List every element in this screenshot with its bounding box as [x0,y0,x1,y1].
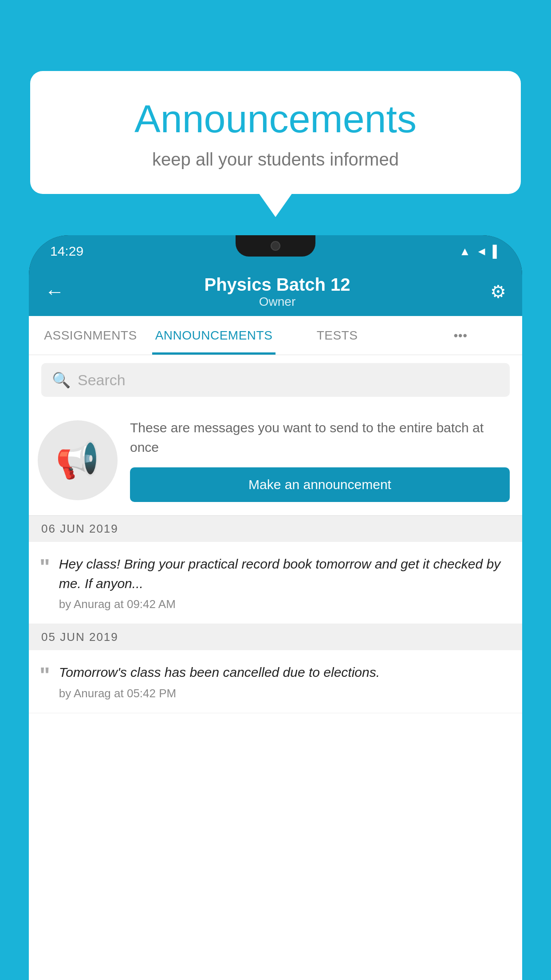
announcement-item-1[interactable]: " Hey class! Bring your practical record… [29,542,522,624]
announcement-description: These are messages you want to send to t… [130,418,510,457]
signal-icon: ◄ [476,245,488,258]
announcement-right: These are messages you want to send to t… [130,418,510,502]
announcement-message-2: Tomorrow's class has been cancelled due … [59,663,510,682]
announcement-item-2[interactable]: " Tomorrow's class has been cancelled du… [29,650,522,713]
search-bar: 🔍 Search [29,355,522,405]
tab-assignments[interactable]: ASSIGNMENTS [29,316,152,355]
announcement-text-2: Tomorrow's class has been cancelled due … [59,663,510,700]
battery-icon: ▌ [493,245,501,258]
back-button[interactable]: ← [45,281,64,303]
date-section-2: 05 JUN 2019 [29,624,522,650]
quote-icon-1: " [39,556,50,578]
date-label-2: 05 JUN 2019 [41,630,118,644]
app-bar-title-section: Physics Batch 12 Owner [64,275,490,309]
bubble-title: Announcements [52,98,499,141]
date-section-1: 06 JUN 2019 [29,516,522,542]
announcement-meta-2: by Anurag at 05:42 PM [59,687,510,700]
phone-frame: 14:29 ▲ ◄ ▌ ← Physics Batch 12 Owner ⚙ A… [29,235,522,980]
search-placeholder: Search [78,371,126,389]
announcement-text-1: Hey class! Bring your practical record b… [59,554,510,611]
screen-content: 🔍 Search 📢 These are messages you want t… [29,355,522,980]
tab-tests[interactable]: TESTS [276,316,399,355]
make-announcement-button[interactable]: Make an announcement [130,467,510,502]
megaphone-icon: 📢 [55,439,100,481]
settings-button[interactable]: ⚙ [490,281,506,302]
megaphone-circle: 📢 [38,420,118,500]
tab-more[interactable]: ••• [399,316,522,355]
announcement-placeholder-section: 📢 These are messages you want to send to… [29,405,522,516]
tab-bar: ASSIGNMENTS ANNOUNCEMENTS TESTS ••• [29,316,522,355]
phone-notch [236,235,315,257]
announcement-meta-1: by Anurag at 09:42 AM [59,597,510,611]
tab-announcements[interactable]: ANNOUNCEMENTS [152,316,276,355]
search-input-wrapper[interactable]: 🔍 Search [41,363,510,397]
wifi-icon: ▲ [459,245,471,258]
front-camera [271,241,280,251]
bubble-subtitle: keep all your students informed [52,150,499,170]
app-bar: ← Physics Batch 12 Owner ⚙ [29,267,522,316]
app-bar-subtitle: Owner [64,295,490,309]
app-bar-title: Physics Batch 12 [64,275,490,295]
status-time: 14:29 [50,244,83,259]
date-label-1: 06 JUN 2019 [41,522,118,535]
search-icon: 🔍 [52,371,71,389]
status-icons: ▲ ◄ ▌ [459,245,501,258]
quote-icon-2: " [39,664,50,687]
announcement-message-1: Hey class! Bring your practical record b… [59,554,510,593]
speech-bubble: Announcements keep all your students inf… [30,71,521,194]
